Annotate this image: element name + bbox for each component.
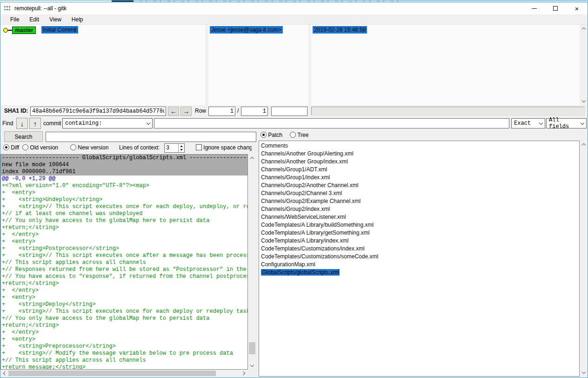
diff-line-add: + </entry> <box>1 329 247 336</box>
file-item[interactable]: CodeTemplates/Customizations/index.xml <box>261 245 579 253</box>
file-item[interactable]: Comments <box>261 142 579 150</box>
commit-author-pane[interactable]: Jesse <jesse@saga-it.com> <box>208 25 308 105</box>
scroll-up-icon[interactable] <box>248 154 256 162</box>
commit-row[interactable]: master Initial Commit <box>0 26 205 35</box>
right-arrow-icon: → <box>183 108 189 115</box>
file-list-scrollbar[interactable] <box>580 141 588 377</box>
lines-of-context-label: Lines of context: <box>119 144 160 151</box>
containing-value: containing: <box>65 120 102 127</box>
menu-file[interactable]: File <box>5 16 24 23</box>
progress-bar <box>311 107 585 115</box>
tree-radio[interactable] <box>290 132 296 138</box>
patch-radio[interactable] <box>261 132 267 138</box>
spin-up-icon[interactable] <box>180 145 183 147</box>
file-item-label: CodeTemplates/A Library/getSomething.xml <box>261 230 369 236</box>
file-item-label: Channels/Group1/ADT.xml <box>261 166 327 173</box>
file-item-label: GlobalScripts/globalScripts.xml <box>261 269 340 276</box>
file-item-label: Channels/Another Group/Alerting.xml <box>261 150 354 157</box>
find-next-button[interactable]: ↓ <box>16 118 28 129</box>
file-item[interactable]: CodeTemplates/A Library/buildSomething.x… <box>261 221 579 229</box>
file-item[interactable]: Channels/Group2/index.xml <box>261 205 579 213</box>
nav-forward-button[interactable]: → <box>180 107 192 116</box>
diff-line-add: + <string>// This script executes once a… <box>1 252 247 259</box>
diff-line-add: + </entry> <box>1 287 247 294</box>
commit-graph-pane[interactable]: master Initial Commit <box>0 25 205 105</box>
stepper-arrows[interactable] <box>178 144 184 152</box>
scroll-down-icon[interactable] <box>248 362 256 370</box>
nav-back-button[interactable]: ← <box>168 107 179 116</box>
menu-view[interactable]: View <box>44 16 67 23</box>
chevron-down-icon <box>147 121 150 124</box>
changed-files-list[interactable]: CommentsChannels/Another Group/Alerting.… <box>259 141 580 377</box>
up-arrow-icon: ↑ <box>33 120 37 128</box>
scroll-up-icon[interactable] <box>580 25 588 33</box>
diff-vertical-scrollbar[interactable] <box>248 154 256 370</box>
lines-of-context-stepper[interactable]: 3 <box>164 143 185 153</box>
row-total-input[interactable] <box>241 107 268 116</box>
file-item[interactable]: CodeTemplates/A Library/getSomething.xml <box>261 229 579 237</box>
file-item[interactable]: Channels/Another Group/index.xml <box>261 158 579 166</box>
file-item[interactable]: Channels/Group1/index.xml <box>261 174 579 182</box>
diff-text-area[interactable]: ----------------------- GlobalScripts/gl… <box>0 154 248 370</box>
file-item-label: Channels/Group1/index.xml <box>261 174 330 181</box>
file-item-label: CodeTemplates/A Library/index.xml <box>261 237 348 244</box>
search-input[interactable] <box>46 132 256 142</box>
commit-row[interactable]: Jesse <jesse@saga-it.com> <box>208 26 308 35</box>
diff-radio[interactable] <box>3 144 9 150</box>
ignore-space-checkbox[interactable] <box>196 144 202 150</box>
menu-help[interactable]: Help <box>67 16 88 23</box>
file-item[interactable]: Channels/Group2/Channel 3.xml <box>261 189 579 197</box>
diff-line-head: ----------------------- GlobalScripts/gl… <box>1 155 247 162</box>
scrollbar-thumb[interactable] <box>249 342 255 354</box>
file-item[interactable]: ConfigurationMap.xml <box>261 261 579 269</box>
menu-edit[interactable]: Edit <box>24 16 44 23</box>
diff-line-add: + <entry> <box>1 238 247 245</box>
file-item[interactable]: Channels/Another Group/Alerting.xml <box>261 150 579 158</box>
commit-label: commit <box>43 120 61 127</box>
branch-tag[interactable]: master <box>12 27 36 34</box>
find-prev-button[interactable]: ↑ <box>29 118 41 129</box>
row-extra-input[interactable] <box>271 107 307 116</box>
scroll-down-icon[interactable] <box>580 369 588 377</box>
file-item[interactable]: GlobalScripts/globalScripts.xml <box>261 269 579 277</box>
diff-line-add: + <string>// This script executes once f… <box>1 203 247 210</box>
diff-radio-label: Diff <box>11 144 19 151</box>
commit-date-pane[interactable]: 2019-02-28 15:48:58 <box>311 25 580 105</box>
close-button[interactable]: × <box>566 2 588 14</box>
file-item[interactable]: CodeTemplates/A Library/index.xml <box>261 237 579 245</box>
file-item[interactable]: Channels/Group2/Example Channel.xml <box>261 197 579 205</box>
scroll-up-icon[interactable] <box>580 141 588 148</box>
old-version-radio[interactable] <box>22 144 28 150</box>
new-version-radio[interactable] <box>70 144 76 150</box>
scroll-left-icon[interactable] <box>0 370 8 377</box>
search-button[interactable]: Search <box>4 131 43 142</box>
commit-list-scrollbar[interactable] <box>580 25 588 105</box>
window-title: remotepull: --all - gitk <box>14 5 67 12</box>
scrollbar-corner <box>248 370 256 377</box>
row-current-input[interactable] <box>208 107 235 116</box>
commit-date[interactable]: 2019-02-28 15:48:58 <box>313 26 367 34</box>
file-item[interactable]: Channels/WebServiceListener.xml <box>261 213 579 221</box>
maximize-button[interactable] <box>545 2 566 14</box>
file-item[interactable]: CodeTemplates/Customizations/someCode.xm… <box>261 253 579 261</box>
commit-row[interactable]: 2019-02-28 15:48:58 <box>311 26 580 35</box>
scroll-right-icon[interactable] <box>240 370 248 377</box>
diff-line-add: +// You have access to "response", if re… <box>1 273 247 280</box>
match-type-dropdown[interactable]: Exact <box>511 118 545 128</box>
scrollbar-thumb[interactable] <box>8 371 216 376</box>
maximize-icon <box>553 6 558 11</box>
find-query-input[interactable] <box>154 118 509 128</box>
file-item[interactable]: Channels/Group2/Another Channel.xml <box>261 182 579 189</box>
file-item[interactable]: Channels/Group1/ADT.xml <box>261 166 579 174</box>
spin-down-icon[interactable] <box>180 149 183 151</box>
sha1-input[interactable] <box>30 107 166 116</box>
containing-dropdown[interactable]: containing: <box>62 118 153 128</box>
fields-dropdown[interactable]: All fields <box>546 118 587 128</box>
commit-author[interactable]: Jesse <jesse@saga-it.com> <box>210 26 283 34</box>
scroll-down-icon[interactable] <box>580 97 588 105</box>
commit-subject[interactable]: Initial Commit <box>41 26 78 34</box>
file-item-label: Comments <box>261 142 288 149</box>
minimize-button[interactable] <box>523 2 545 14</box>
diff-horizontal-scrollbar[interactable] <box>0 370 248 377</box>
left-arrow-icon: ← <box>170 108 177 115</box>
